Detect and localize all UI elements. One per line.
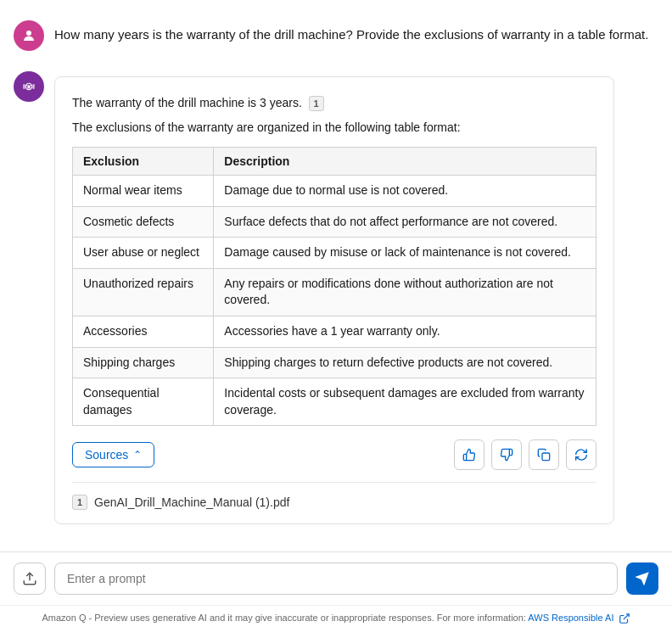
description-cell: Surface defects that do not affect perfo… <box>214 206 596 238</box>
thumbs-down-icon <box>500 448 513 462</box>
thumbs-up-icon <box>462 448 476 462</box>
exclusion-intro-text: The exclusions of the warranty are organ… <box>72 119 596 137</box>
thumbs-up-button[interactable] <box>454 439 484 470</box>
send-button[interactable] <box>626 562 658 595</box>
svg-point-2 <box>27 85 31 88</box>
svg-point-3 <box>26 85 28 87</box>
response-card: The warranty of the drill machine is 3 y… <box>54 76 614 524</box>
description-cell: Any repairs or modifications done withou… <box>214 268 596 316</box>
source-num-badge: 1 <box>72 495 87 510</box>
table-row: AccessoriesAccessories have a 1 year war… <box>73 316 596 347</box>
description-cell: Shipping charges to return defective pro… <box>214 347 596 378</box>
svg-marker-10 <box>636 574 647 585</box>
prompt-input[interactable] <box>54 562 618 595</box>
warranty-statement: The warranty of the drill machine is 3 y… <box>72 94 596 112</box>
table-body: Normal wear itemsDamage due to normal us… <box>73 176 596 426</box>
exclusion-cell: Consequential damages <box>73 378 214 426</box>
svg-point-4 <box>31 85 32 87</box>
table-row: Unauthorized repairsAny repairs or modif… <box>73 268 596 316</box>
exclusion-cell: Accessories <box>73 316 214 347</box>
chevron-up-icon: ⌃ <box>133 449 142 461</box>
exclusion-cell: User abuse or neglect <box>73 238 214 269</box>
source-item: 1 GenAI_Drill_Machine_Manual (1).pdf <box>72 495 596 510</box>
svg-line-11 <box>623 614 628 619</box>
refresh-button[interactable] <box>566 439 596 470</box>
table-row: Shipping chargesShipping charges to retu… <box>73 347 596 378</box>
user-message-row: How many years is the warranty of the dr… <box>0 14 672 58</box>
table-row: Normal wear itemsDamage due to normal us… <box>73 176 596 207</box>
bot-message-content: The warranty of the drill machine is 3 y… <box>54 71 658 524</box>
refresh-icon <box>574 448 588 462</box>
user-message-content: How many years is the warranty of the dr… <box>54 20 658 45</box>
citation-badge: 1 <box>309 96 324 111</box>
bot-icon <box>21 79 36 94</box>
exclusion-cell: Unauthorized repairs <box>73 268 214 316</box>
exclusion-cell: Normal wear items <box>73 176 214 207</box>
bot-avatar <box>14 71 44 102</box>
description-cell: Damage due to normal use is not covered. <box>214 176 596 207</box>
user-question-text: How many years is the warranty of the dr… <box>54 20 648 42</box>
card-footer: Sources ⌃ <box>72 439 596 470</box>
svg-rect-6 <box>33 84 35 89</box>
sources-button[interactable]: Sources ⌃ <box>72 442 154 467</box>
description-cell: Incidental costs or subsequent damages a… <box>214 378 596 426</box>
action-buttons-group <box>454 439 596 470</box>
responsible-ai-link[interactable]: AWS Responsible AI <box>528 613 613 623</box>
svg-rect-5 <box>23 84 25 89</box>
send-icon <box>636 572 649 585</box>
source-filename: GenAI_Drill_Machine_Manual (1).pdf <box>94 495 289 509</box>
aws-logo: aws <box>0 631 672 638</box>
user-avatar <box>14 20 44 51</box>
description-cell: Accessories have a 1 year warranty only. <box>214 316 596 347</box>
exclusion-table: Exclusion Description Normal wear itemsD… <box>72 147 596 426</box>
upload-icon <box>22 571 37 586</box>
exclusion-cell: Shipping charges <box>73 347 214 378</box>
table-header-row: Exclusion Description <box>73 148 596 176</box>
table-row: Consequential damagesIncidental costs or… <box>73 378 596 426</box>
svg-point-0 <box>26 31 31 36</box>
external-link-icon <box>619 613 630 624</box>
bot-message-row: The warranty of the drill machine is 3 y… <box>0 64 672 531</box>
exclusion-cell: Cosmetic defects <box>73 206 214 238</box>
input-bar <box>0 551 672 605</box>
sources-section: 1 GenAI_Drill_Machine_Manual (1).pdf <box>72 482 596 510</box>
thumbs-down-button[interactable] <box>491 439 522 470</box>
table-row: User abuse or neglectDamage caused by mi… <box>73 238 596 269</box>
upload-button[interactable] <box>14 562 46 595</box>
copy-button[interactable] <box>529 439 559 470</box>
aws-wordmark: aws <box>319 635 353 638</box>
table-row: Cosmetic defectsSurface defects that do … <box>73 206 596 238</box>
description-cell: Damage caused by misuse or lack of maint… <box>214 238 596 269</box>
col-header-description: Description <box>214 148 596 176</box>
copy-icon <box>537 448 551 462</box>
person-icon <box>21 28 36 43</box>
col-header-exclusion: Exclusion <box>73 148 214 176</box>
svg-rect-7 <box>542 453 550 461</box>
footer-bar: Amazon Q - Preview uses generative AI an… <box>0 605 672 631</box>
